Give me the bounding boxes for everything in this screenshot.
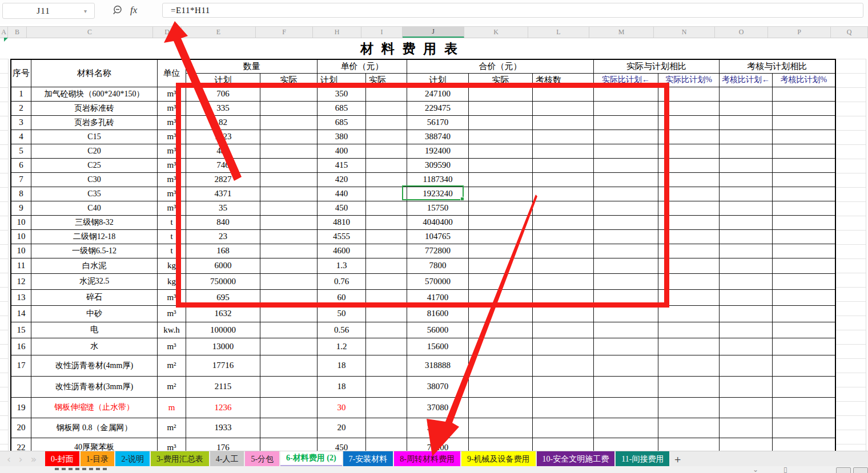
cell-check-vs-plan-abs[interactable] bbox=[720, 87, 773, 101]
cell-actual-vs-plan-abs[interactable] bbox=[594, 338, 658, 355]
cell-check-count[interactable] bbox=[533, 130, 594, 144]
column-header-C[interactable]: C bbox=[27, 27, 153, 38]
cell-check-count[interactable] bbox=[533, 229, 594, 244]
cell-name[interactable]: C35 bbox=[31, 187, 158, 201]
cell-check-vs-plan-pct[interactable] bbox=[773, 144, 835, 158]
cell-price-plan[interactable]: 1.3 bbox=[318, 258, 366, 273]
cell-qty-actual[interactable] bbox=[260, 115, 318, 130]
cell-check-count[interactable] bbox=[533, 187, 594, 201]
cell-name[interactable]: 页岩标准砖 bbox=[31, 101, 158, 115]
zoom-minus-icon[interactable] bbox=[112, 5, 123, 16]
cell-price-actual[interactable] bbox=[366, 101, 407, 115]
cell-serial[interactable]: 6 bbox=[11, 158, 31, 172]
cell-qty-actual[interactable] bbox=[260, 322, 318, 338]
cell-price-plan[interactable]: 415 bbox=[318, 158, 366, 172]
cell-unit[interactable]: m bbox=[158, 397, 186, 418]
view-mode-icon[interactable] bbox=[853, 467, 868, 473]
cell-unit[interactable]: m² bbox=[158, 376, 186, 397]
cell-price-plan[interactable]: 18 bbox=[318, 355, 366, 376]
cell-total-plan[interactable]: 192400 bbox=[407, 144, 469, 158]
cell-actual-vs-plan-pct[interactable] bbox=[658, 376, 720, 397]
cell-name[interactable]: C15 bbox=[31, 130, 158, 144]
cell-total-plan[interactable]: 247100 bbox=[407, 87, 469, 101]
cell-price-plan[interactable]: 350 bbox=[318, 87, 366, 101]
cell-check-vs-plan-pct[interactable] bbox=[773, 244, 835, 258]
cell-name[interactable]: 加气砼砌块（600*240*150） bbox=[31, 87, 158, 101]
cell-check-vs-plan-pct[interactable] bbox=[773, 172, 835, 187]
cell-price-plan[interactable]: 685 bbox=[318, 101, 366, 115]
cell-check-vs-plan-abs[interactable] bbox=[720, 215, 773, 229]
cell-unit[interactable]: kg bbox=[158, 258, 186, 273]
sheet-nav-back-icon[interactable]: ‹ bbox=[7, 454, 11, 465]
cell-qty-plan[interactable]: 82 bbox=[186, 115, 260, 130]
cell-name[interactable]: 改性沥青卷材(3mm厚) bbox=[31, 376, 158, 397]
cell-check-vs-plan-abs[interactable] bbox=[720, 229, 773, 244]
cell-actual-vs-plan-pct[interactable] bbox=[658, 258, 720, 273]
cell-actual-vs-plan-abs[interactable] bbox=[594, 158, 658, 172]
cell-check-vs-plan-pct[interactable] bbox=[773, 305, 835, 322]
cell-total-plan[interactable]: 56000 bbox=[407, 322, 469, 338]
cell-total-actual[interactable] bbox=[469, 101, 533, 115]
cell-qty-plan[interactable]: 17716 bbox=[186, 355, 260, 376]
cell-total-actual[interactable] bbox=[469, 244, 533, 258]
cell-total-plan[interactable]: 56170 bbox=[407, 115, 469, 130]
cell-qty-plan[interactable]: 13000 bbox=[186, 338, 260, 355]
cell-total-actual[interactable] bbox=[469, 187, 533, 201]
column-header-B[interactable]: B bbox=[8, 27, 27, 38]
cell-check-vs-plan-pct[interactable] bbox=[773, 115, 835, 130]
view-mode-icon[interactable] bbox=[836, 467, 851, 473]
cell-name[interactable]: C20 bbox=[31, 144, 158, 158]
cell-check-vs-plan-abs[interactable] bbox=[720, 130, 773, 144]
column-header-O[interactable]: O bbox=[715, 27, 768, 38]
cell-qty-actual[interactable] bbox=[260, 258, 318, 273]
cell-actual-vs-plan-pct[interactable] bbox=[658, 158, 720, 172]
column-header-F[interactable]: F bbox=[256, 27, 313, 38]
cell-name[interactable]: 一级钢6.5-12 bbox=[31, 244, 158, 258]
cell-price-actual[interactable] bbox=[366, 201, 407, 215]
cell-qty-plan[interactable]: 840 bbox=[186, 215, 260, 229]
cell-price-plan[interactable]: 20 bbox=[318, 418, 366, 438]
column-header-E[interactable]: E bbox=[182, 27, 256, 38]
cell-unit[interactable]: m³ bbox=[158, 289, 186, 305]
cell-total-actual[interactable] bbox=[469, 376, 533, 397]
cell-total-actual[interactable] bbox=[469, 322, 533, 338]
cell-check-vs-plan-abs[interactable] bbox=[720, 158, 773, 172]
cell-actual-vs-plan-abs[interactable] bbox=[594, 130, 658, 144]
cell-actual-vs-plan-pct[interactable] bbox=[658, 322, 720, 338]
cell-check-count[interactable] bbox=[533, 397, 594, 418]
cell-name[interactable]: 白水泥 bbox=[31, 258, 158, 273]
cell-name[interactable]: 钢板网 0.8（金属网） bbox=[31, 418, 158, 438]
column-header-A[interactable]: A bbox=[0, 27, 8, 38]
sheet-tab-7[interactable]: 7-安装材料 bbox=[343, 451, 393, 467]
cell-check-vs-plan-abs[interactable] bbox=[720, 418, 773, 438]
cell-check-count[interactable] bbox=[533, 144, 594, 158]
cell-total-plan[interactable]: 15750 bbox=[407, 201, 469, 215]
cell-qty-plan[interactable]: 1236 bbox=[186, 397, 260, 418]
cell-name[interactable]: 页岩多孔砖 bbox=[31, 115, 158, 130]
cell-actual-vs-plan-abs[interactable] bbox=[594, 418, 658, 438]
cell-actual-vs-plan-abs[interactable] bbox=[594, 144, 658, 158]
sheet-nav-forward-icon[interactable]: › bbox=[19, 454, 23, 465]
cell-name[interactable]: C25 bbox=[31, 158, 158, 172]
cell-qty-plan[interactable]: 4371 bbox=[186, 187, 260, 201]
cell-serial[interactable]: 10 bbox=[11, 215, 31, 229]
column-header-I[interactable]: I bbox=[361, 27, 403, 38]
cell-unit[interactable]: m² bbox=[158, 355, 186, 376]
cell-check-vs-plan-abs[interactable] bbox=[720, 201, 773, 215]
cell-total-plan[interactable]: 41700 bbox=[407, 289, 469, 305]
cell-qty-plan[interactable]: 706 bbox=[186, 87, 260, 101]
cell-name[interactable]: 三级钢8-32 bbox=[31, 215, 158, 229]
cell-total-actual[interactable] bbox=[469, 338, 533, 355]
cell-actual-vs-plan-pct[interactable] bbox=[658, 144, 720, 158]
cell-serial[interactable]: 10 bbox=[11, 229, 31, 244]
cell-check-vs-plan-abs[interactable] bbox=[720, 289, 773, 305]
cell-unit[interactable]: t bbox=[158, 215, 186, 229]
cell-price-actual[interactable] bbox=[366, 115, 407, 130]
cell-qty-actual[interactable] bbox=[260, 273, 318, 289]
cell-actual-vs-plan-pct[interactable] bbox=[658, 244, 720, 258]
cell-qty-plan[interactable]: 35 bbox=[186, 201, 260, 215]
column-header-H[interactable]: H bbox=[313, 27, 361, 38]
cell-price-actual[interactable] bbox=[366, 322, 407, 338]
cell-qty-actual[interactable] bbox=[260, 229, 318, 244]
cell-actual-vs-plan-pct[interactable] bbox=[658, 338, 720, 355]
